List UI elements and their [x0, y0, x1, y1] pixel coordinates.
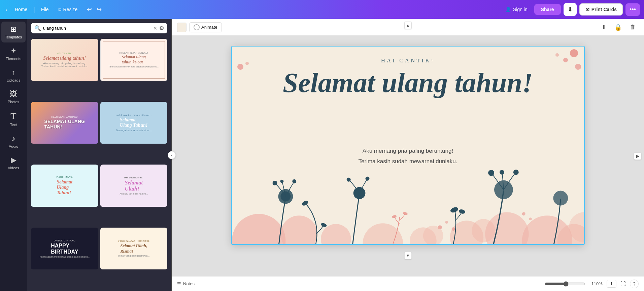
svg-point-6 — [232, 214, 285, 244]
undo-button[interactable]: ↩ — [85, 4, 94, 14]
nav-back-btn[interactable]: ‹ — [4, 5, 9, 14]
svg-point-35 — [522, 212, 525, 215]
animate-button[interactable]: Animate — [189, 22, 222, 32]
svg-point-24 — [320, 222, 327, 227]
svg-point-26 — [488, 170, 494, 176]
templates-label: Templates — [5, 35, 22, 39]
search-icon: 🔍 — [34, 25, 41, 31]
svg-point-21 — [346, 178, 350, 182]
template-card-4[interactable]: untuk wanita terbaik di bumi... SelamatU… — [100, 102, 168, 163]
animate-icon — [194, 24, 200, 30]
svg-point-29 — [553, 191, 568, 206]
print-label: Print Cards — [591, 7, 617, 12]
sign-in-button[interactable]: 👤 Sign in — [501, 5, 532, 14]
more-icon: ••• — [630, 6, 636, 13]
svg-point-30 — [403, 212, 408, 215]
resize-icon: ⊡ — [58, 7, 62, 12]
sidebar-item-videos[interactable]: ▶ Videos — [1, 152, 26, 173]
share-label: Share — [541, 7, 554, 12]
toolbar-delete-button[interactable]: 🗑 — [627, 22, 639, 32]
sidebar-item-audio[interactable]: ♪ Audio — [1, 131, 26, 152]
file-button[interactable]: File — [38, 5, 52, 14]
top-nav: ‹ Home | File ⊡ Resize ↩ ↪ 👤 Sign in Sha… — [0, 0, 644, 19]
scroll-down-button[interactable]: ▼ — [404, 252, 412, 259]
search-filter-button[interactable]: ⚙ — [159, 25, 164, 31]
svg-point-0 — [570, 49, 578, 57]
canvas-scroll-area[interactable]: HAI CANTIK! Selamat ulang tahun! Aku mem… — [172, 36, 644, 276]
card-canvas: HAI CANTIK! Selamat ulang tahun! Aku mem… — [231, 46, 585, 245]
hide-panel-button[interactable]: ‹ — [168, 151, 176, 159]
svg-point-22 — [365, 177, 369, 181]
notes-button[interactable]: ☰ Notes — [177, 281, 195, 286]
template-card-3[interactable]: HELO DEAR CANTIKKU SELAMAT ULANGTAHUN! — [31, 102, 98, 163]
svg-point-2 — [575, 64, 581, 70]
sign-in-label: Sign in — [513, 7, 528, 12]
svg-point-40 — [449, 206, 459, 213]
share-button[interactable]: Share — [534, 4, 561, 15]
sidebar-item-text[interactable]: T Text — [1, 108, 26, 130]
download-button[interactable]: ⬇ — [564, 3, 577, 16]
sidebar-item-elements[interactable]: ✦ Elements — [1, 43, 26, 64]
fullscreen-button[interactable]: ⛶ — [620, 281, 626, 287]
photos-icon: 🖼 — [10, 90, 17, 98]
file-label: File — [41, 7, 49, 12]
videos-label: Videos — [8, 166, 19, 170]
resize-button[interactable]: ⊡ Resize — [55, 5, 81, 14]
template-card-5[interactable]: DARI HANYA SelamatUlangTahun! — [31, 165, 98, 226]
svg-point-37 — [472, 219, 495, 242]
search-input[interactable] — [43, 26, 151, 31]
elements-icon: ✦ — [10, 47, 16, 55]
toolbar-lock-button[interactable]: 🔒 — [612, 22, 624, 32]
scroll-right-button[interactable]: ▶ — [634, 152, 641, 160]
template-card-7[interactable]: UNTUK CINTAKU HAPPYBIRTHDAY Kamu adalah … — [31, 228, 98, 289]
zoom-slider[interactable] — [545, 281, 585, 287]
sidebar-item-templates[interactable]: ⊞ Templates — [1, 22, 26, 42]
scroll-up-button[interactable]: ▲ — [404, 22, 412, 29]
help-label: ? — [633, 281, 636, 287]
videos-icon: ▶ — [11, 156, 16, 165]
svg-point-36 — [529, 217, 532, 220]
svg-point-41 — [458, 209, 466, 214]
deco-dots-top-right — [547, 48, 581, 75]
card-greeting: HAI CANTIK! — [232, 57, 584, 64]
print-cards-button[interactable]: ✉ Print Cards — [579, 3, 623, 16]
svg-point-31 — [392, 215, 397, 219]
more-options-button[interactable]: ••• — [625, 3, 640, 16]
text-label: Text — [10, 123, 17, 127]
svg-point-7 — [280, 215, 317, 244]
audio-icon: ♪ — [12, 134, 15, 143]
resize-label: Resize — [63, 7, 78, 12]
search-clear-button[interactable]: ✕ — [153, 26, 157, 31]
svg-point-5 — [245, 62, 249, 65]
notes-icon: ☰ — [177, 281, 181, 286]
svg-point-19 — [280, 180, 283, 183]
audio-label: Audio — [9, 144, 18, 148]
background-color-swatch[interactable] — [177, 23, 187, 32]
template-card-8[interactable]: KAMU SANGAT LUAR BIASA Selamat Ultah,Ris… — [100, 228, 168, 289]
deco-flowers-bottom — [232, 136, 584, 244]
template-card-2[interactable]: HI DEAR TETAP MENJADI Selamat ulangtahun… — [100, 39, 168, 100]
templates-panel: 🔍 ✕ ⚙ HAI CANTIK! Selamat ulang tahun! A… — [27, 19, 172, 291]
help-button[interactable]: ? — [630, 280, 639, 288]
redo-button[interactable]: ↪ — [95, 4, 104, 14]
template-grid: HAI CANTIK! Selamat ulang tahun! Aku mem… — [27, 36, 171, 291]
search-bar: 🔍 ✕ ⚙ — [31, 23, 167, 33]
svg-point-27 — [513, 170, 518, 175]
svg-point-18 — [292, 179, 296, 183]
page-indicator: 1 — [607, 280, 616, 288]
templates-icon: ⊞ — [10, 25, 16, 34]
template-card-1[interactable]: HAI CANTIK! Selamat ulang tahun! Aku mem… — [31, 39, 98, 100]
panel-wrapper: 🔍 ✕ ⚙ HAI CANTIK! Selamat ulang tahun! A… — [27, 19, 172, 291]
svg-point-4 — [237, 64, 243, 70]
uploads-label: Uploads — [7, 78, 20, 82]
svg-point-3 — [555, 53, 559, 57]
nav-separator: | — [33, 6, 35, 13]
sidebar-item-uploads[interactable]: ↑ Uploads — [1, 65, 26, 86]
notes-label: Notes — [183, 281, 195, 286]
sidebar-item-photos[interactable]: 🖼 Photos — [1, 86, 26, 107]
toolbar-share-icon-button[interactable]: ⬆ — [599, 22, 609, 32]
user-icon: 👤 — [505, 7, 511, 12]
bottom-bar: ☰ Notes 110% 1 ⛶ ? — [172, 276, 644, 291]
home-button[interactable]: Home — [11, 5, 31, 14]
template-card-6[interactable]: Hei cewek imut! SelamatUltah! Aku kau ta… — [100, 165, 168, 226]
